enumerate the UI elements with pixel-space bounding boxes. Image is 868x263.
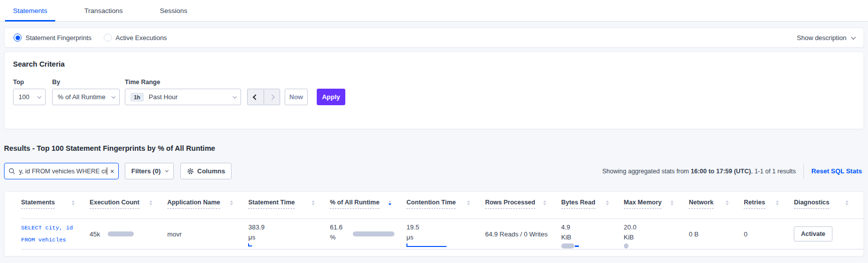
sort-icon[interactable] [149,199,152,205]
execution-count-bar [108,231,134,236]
bytes-read-bar [561,243,579,248]
sort-icon[interactable] [776,199,779,205]
statement-fingerprint-link[interactable]: SELECT city, id FROM vehicles [21,222,73,246]
chevron-down-icon [37,94,41,98]
cell-max-memory: 20.0 KiB [624,219,689,249]
search-criteria-title: Search Criteria [13,60,855,68]
pct-runtime-bar [353,231,394,236]
col-header-max-memory[interactable]: Max Memory [624,199,689,218]
show-description-toggle[interactable]: Show description [797,34,854,42]
col-header-statements[interactable]: Statements [21,199,90,218]
divider [803,164,804,179]
text-caret [107,167,107,175]
sort-icon[interactable] [230,199,233,205]
chevron-down-icon [233,94,237,98]
col-header-execution-count[interactable]: Execution Count [90,199,167,218]
gear-icon [187,168,194,175]
cell-statement-time: 383.9 μs [248,219,330,249]
radio-selected-icon [14,34,22,42]
col-header-bytes-read[interactable]: Bytes Read [561,199,624,218]
col-header-network[interactable]: Network [689,199,744,218]
reset-sql-stats-link[interactable]: Reset SQL Stats [811,167,862,175]
max-memory-bar [624,243,628,248]
top-select[interactable]: 100 [13,89,46,105]
search-criteria-panel: Search Criteria Top 100 By % of All Runt… [4,52,864,129]
sort-icon-desc-active[interactable] [388,199,391,205]
columns-button-label: Columns [197,167,226,175]
statements-table: Statements Execution Count Application N… [4,191,864,256]
time-range-badge: 1h [130,93,144,102]
cell-execution-count: 45k [90,219,167,249]
radio-label: Statement Fingerprints [26,34,92,42]
sort-icon[interactable] [312,199,315,205]
time-range-select[interactable]: 1h Past Hour [125,89,241,105]
cell-retries: 0 [744,219,794,249]
chevron-left-icon [253,94,258,100]
clear-search-icon[interactable]: × [110,167,114,175]
sort-icon[interactable] [606,199,609,205]
top-select-value: 100 [19,93,30,101]
col-header-statement-time[interactable]: Statement Time [248,199,330,218]
filters-button-label: Filters (0) [131,167,161,175]
cell-rows-processed: 64.9 Reads / 0 Writes [485,219,561,249]
statement-time-bar [248,243,252,246]
results-title: Results - Top 100 Statement Fingerprints… [4,144,864,152]
contention-time-bar [406,243,447,247]
sort-icon[interactable] [671,199,674,205]
filters-button[interactable]: Filters (0) [125,163,174,179]
col-header-application-name[interactable]: Application Name [167,199,249,218]
col-header-diagnostics[interactable]: Diagnostics [794,199,863,218]
by-label: By [52,79,125,86]
columns-button[interactable]: Columns [180,163,232,179]
tab-statements[interactable]: Statements [5,0,55,21]
col-header-contention-time[interactable]: Contention Time [406,199,485,218]
cell-pct-runtime: 61.6 % [330,219,406,249]
table-row: SELECT city, id FROM vehicles 45k movr 3… [21,219,863,249]
stats-time-range: 16:00 to 17:59 (UTC) [691,168,751,175]
cell-statement: SELECT city, id FROM vehicles [21,219,90,249]
sort-icon[interactable] [543,199,546,205]
activate-diagnostics-button[interactable]: Activate [794,226,832,241]
time-range-label: Time Range [125,79,247,86]
col-header-rows-processed[interactable]: Rows Processed [485,199,561,218]
radio-statement-fingerprints[interactable]: Statement Fingerprints [14,34,92,42]
table-header-row: Statements Execution Count Application N… [21,192,863,219]
cell-network: 0 B [689,219,744,249]
chevron-right-icon [269,94,275,100]
view-toggle-row: Statement Fingerprints Active Executions… [4,28,864,48]
apply-button[interactable]: Apply [317,89,345,105]
time-next-button[interactable] [264,89,280,105]
time-prev-button[interactable] [248,89,264,105]
cell-diagnostics: Activate [794,219,863,249]
sql-activity-tabbar: Statements Transactions Sessions [0,0,868,22]
time-nav-group [247,89,280,105]
by-select[interactable]: % of All Runtime [52,89,120,105]
sort-icon[interactable] [845,199,848,205]
radio-active-executions[interactable]: Active Executions [104,34,167,42]
chevron-down-icon [851,35,856,40]
search-input-value: y, id FROM vehicles WHERE city = $1 [19,168,107,175]
search-input[interactable]: y, id FROM vehicles WHERE city = $1 × [4,163,119,179]
page-content: Statement Fingerprints Active Executions… [0,22,868,256]
results-toolbar: y, id FROM vehicles WHERE city = $1 × Fi… [4,163,864,179]
cell-bytes-read: 4.9 KiB [561,219,624,249]
tab-transactions[interactable]: Transactions [76,0,131,21]
search-icon [9,168,16,175]
aggregated-stats-text: Showing aggregated stats from 16:00 to 1… [602,168,796,175]
radio-label: Active Executions [116,34,167,42]
radio-unselected-icon [104,34,112,42]
now-button[interactable]: Now [285,89,308,105]
sort-icon[interactable] [726,199,729,205]
col-header-retries[interactable]: Retries [744,199,794,218]
by-select-value: % of All Runtime [58,93,105,101]
col-header-pct-runtime[interactable]: % of All Runtime [330,199,406,218]
cell-contention-time: 19.5 μs [406,219,485,249]
time-range-value: Past Hour [149,93,178,101]
cell-application-name: movr [167,219,249,249]
sort-icon[interactable] [467,199,470,205]
sort-icon[interactable] [72,199,75,205]
tab-sessions[interactable]: Sessions [152,0,195,21]
show-description-label: Show description [797,34,846,42]
chevron-down-icon [165,169,168,172]
chevron-down-icon [111,94,115,98]
